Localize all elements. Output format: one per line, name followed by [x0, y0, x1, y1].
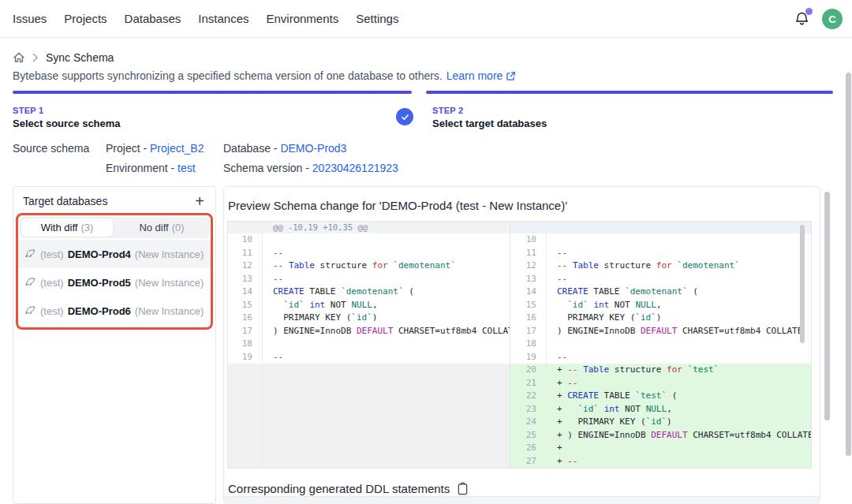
code-text: + -- [547, 377, 811, 390]
diff-line: 18 [510, 338, 811, 351]
code-text: CREATE TABLE `demotenant` ( [547, 286, 811, 299]
notification-dot [805, 8, 813, 15]
line-number: 26 [510, 442, 547, 455]
code-text: ) ENGINE=InnoDB DEFAULT CHARSET=utf8mb4 … [263, 325, 510, 338]
avatar[interactable]: C [822, 9, 843, 29]
diff-line: 19-- [510, 351, 811, 364]
sync-schema-page: IssuesProjectsDatabasesInstancesEnvironm… [0, 0, 852, 504]
code-text: `id` int NOT NULL, [263, 299, 510, 312]
code-text [263, 338, 510, 351]
diff-line-added: 26+ [510, 442, 811, 455]
code-text: ) ENGINE=InnoDB DEFAULT CHARSET=utf8mb4 … [547, 325, 811, 338]
chevron-right-icon [32, 53, 39, 62]
code-text: CREATE TABLE `demotenant` ( [263, 286, 510, 299]
diff-line: 13-- [510, 273, 811, 286]
home-icon[interactable] [13, 51, 25, 64]
learn-more-link[interactable]: Learn more [447, 69, 517, 82]
ddl-title: Corresponding generated DDL statements [228, 482, 450, 495]
code-text: -- [263, 247, 510, 260]
database-item-demo-prod6[interactable]: (test)DEMO-Prod6(New Instance) [18, 297, 211, 325]
line-number: 15 [228, 299, 263, 312]
source-field-database: Database - DEMO-Prod3 [223, 142, 398, 155]
tab-label: With diff [41, 222, 78, 233]
external-link-icon [506, 71, 516, 81]
step1-complete-badge [396, 108, 413, 125]
line-number: 19 [510, 351, 547, 364]
tab-with-diff[interactable]: With diff(3) [21, 218, 113, 237]
source-field-project: Project - Project_B2 [106, 142, 223, 155]
line-number: 13 [510, 273, 547, 286]
schema-diff-editor[interactable]: @@ -10,19 +10,35 @@ 1011--12-- Table str… [227, 221, 812, 469]
notification-bell-button[interactable] [794, 9, 811, 28]
breadcrumb: Sync Schema [13, 50, 114, 65]
code-text: -- [547, 273, 811, 286]
field-value-link[interactable]: test [178, 162, 196, 174]
target-databases-panel: Target databases + With diff(3)No diff(0… [13, 186, 216, 504]
database-item-demo-prod4[interactable]: (test)DEMO-Prod4(New Instance) [18, 240, 211, 268]
code-text: + [547, 442, 811, 455]
diff-line-added: 21+ -- [510, 377, 811, 390]
code-text [547, 233, 811, 247]
line-number: 22 [510, 390, 547, 403]
database-item-demo-prod5[interactable]: (test)DEMO-Prod5(New Instance) [18, 268, 211, 297]
nav-item-projects[interactable]: Projects [64, 12, 106, 25]
content-scrollbar[interactable] [824, 192, 830, 420]
field-value-link[interactable]: Project_B2 [150, 142, 204, 155]
code-text: -- [263, 273, 510, 286]
diff-line-added: 20+ -- Table structure for `test` [510, 364, 811, 377]
tab-count: (3) [80, 222, 93, 233]
field-value-link[interactable]: DEMO-Prod3 [280, 142, 346, 155]
code-text: PRIMARY KEY (`id`) [263, 312, 510, 325]
code-text: + ) ENGINE=InnoDB DEFAULT CHARSET=utf8mb… [547, 429, 811, 442]
diff-line-added: 24+ PRIMARY KEY (`id`) [510, 416, 811, 429]
code-text: -- Table structure for `demotenant` [547, 259, 811, 273]
diff-line: 16 PRIMARY KEY (`id`) [228, 312, 510, 325]
nav-item-issues[interactable]: Issues [13, 12, 47, 25]
line-number: 17 [228, 325, 263, 338]
line-number: 18 [510, 338, 547, 351]
db-name: DEMO-Prod5 [68, 277, 131, 289]
line-number: 13 [228, 273, 263, 286]
target-databases-title: Target databases [23, 195, 107, 207]
field-value-link[interactable]: 20230426121923 [312, 162, 398, 174]
line-number: 23 [510, 403, 547, 416]
diff-line-added: 25+ ) ENGINE=InnoDB DEFAULT CHARSET=utf8… [510, 429, 811, 442]
db-environment: (test) [40, 248, 64, 260]
line-number: 25 [510, 429, 547, 442]
ddl-section-header: Corresponding generated DDL statements [228, 482, 469, 495]
line-number: 17 [510, 325, 547, 338]
nav-item-databases[interactable]: Databases [125, 12, 181, 25]
nav-item-environments[interactable]: Environments [266, 12, 338, 25]
mysql-dolphin-icon [24, 305, 36, 316]
nav-item-settings[interactable]: Settings [356, 12, 398, 25]
source-schema-label: Source schema [13, 142, 89, 155]
code-text: `id` int NOT NULL, [547, 299, 811, 312]
top-nav: IssuesProjectsDatabasesInstancesEnvironm… [0, 0, 852, 38]
tab-no-diff[interactable]: No diff(0) [116, 218, 207, 237]
code-text: + -- Table structure for `test` [547, 364, 811, 377]
diff-modified-pane: 1011--12-- Table structure for `demotena… [510, 222, 811, 468]
tab-label: No diff [139, 222, 168, 233]
code-text [263, 233, 510, 247]
diff-empty-region [228, 364, 510, 468]
learn-more-label: Learn more [447, 69, 503, 82]
copy-icon[interactable] [457, 482, 469, 495]
target-databases-header: Target databases + [13, 187, 215, 213]
db-note: (New Instance) [135, 305, 204, 317]
diff-line: 10 [510, 233, 811, 247]
db-environment: (test) [40, 305, 64, 317]
source-schema-fields: Project - Project_B2Database - DEMO-Prod… [106, 142, 398, 174]
mysql-dolphin-icon [24, 277, 36, 288]
filler-code [263, 364, 510, 468]
add-database-button[interactable]: + [193, 194, 206, 208]
page-scrollbar[interactable] [846, 73, 851, 456]
diff-line-added: 23+ `id` int NOT NULL, [510, 403, 811, 416]
line-number: 10 [510, 233, 547, 247]
nav-item-instances[interactable]: Instances [198, 12, 248, 25]
db-note: (New Instance) [135, 277, 204, 289]
editor-scrollbar[interactable] [800, 225, 805, 343]
line-number: 12 [510, 259, 547, 273]
line-number: 20 [510, 364, 547, 377]
top-nav-items: IssuesProjectsDatabasesInstancesEnvironm… [13, 12, 398, 25]
intro-text: Bytebase supports synchronizing a specif… [13, 69, 443, 82]
